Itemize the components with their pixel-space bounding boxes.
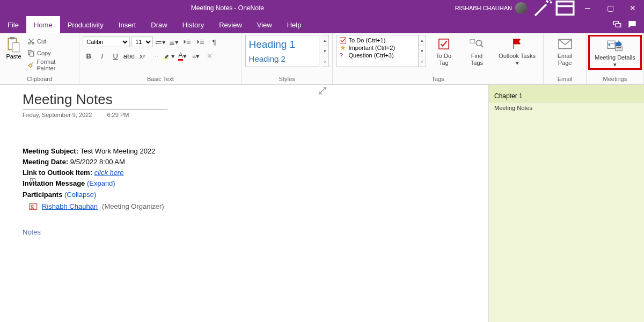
tags-scroll[interactable]: ▴▾▿ (419, 35, 426, 67)
tags-gallery[interactable]: To Do (Ctrl+1) Important (Ctrl+2) ?Quest… (336, 35, 419, 67)
superscript-button[interactable]: ⋯ (150, 50, 162, 62)
meeting-date-label: Meeting Date: (23, 158, 68, 166)
page-date: Friday, September 9, 2022 (23, 112, 92, 118)
tab-file[interactable]: File (0, 16, 26, 33)
calendar-details-icon (607, 39, 623, 53)
strikethrough-button[interactable]: abc (123, 50, 135, 62)
question-icon: ? (340, 52, 346, 58)
expand-link[interactable]: (Expand) (85, 179, 115, 187)
group-label-tags: Tags (336, 75, 540, 83)
avatar (515, 2, 527, 14)
flag-icon (511, 37, 523, 51)
paste-button[interactable]: Paste (3, 35, 24, 60)
outdent-button[interactable] (181, 36, 193, 48)
tab-history[interactable]: History (175, 16, 211, 33)
underline-button[interactable]: U (109, 50, 121, 62)
tab-help[interactable]: Help (280, 16, 309, 33)
outlook-link[interactable]: click here (94, 169, 124, 177)
tab-review[interactable]: Review (211, 16, 250, 33)
wand-icon[interactable] (531, 0, 554, 16)
italic-button[interactable]: I (96, 50, 108, 62)
group-label-email: Email (547, 75, 583, 83)
styles-scroll[interactable]: ▴▾▿ (321, 35, 329, 67)
page-list-item[interactable]: Meeting Notes (489, 103, 644, 113)
page-list-panel: Chapter 1 Meeting Notes (488, 85, 644, 322)
highlight-icon (164, 52, 171, 60)
title-underline (23, 109, 167, 109)
style-heading1[interactable]: Heading 1 (249, 39, 316, 50)
highlight-button[interactable]: ▾ (163, 50, 175, 62)
close-button[interactable]: ✕ (621, 0, 644, 16)
section-chapter[interactable]: Chapter 1 (489, 90, 644, 103)
comment-icon[interactable] (628, 20, 636, 30)
page-title[interactable]: Meeting Notes (23, 91, 472, 108)
meeting-details-button[interactable]: Meeting Details ▾ (588, 35, 642, 70)
indent-button[interactable] (195, 36, 207, 48)
group-meetings: Meeting Details ▾ Meetings (587, 33, 644, 84)
svg-rect-6 (12, 43, 19, 52)
group-basic-text: Calibri 11 ≔▾ ≣▾ ¶ B I U abc x2 ⋯ ▾ A▾ ≡… (79, 33, 241, 84)
tag-todo[interactable]: To Do (Ctrl+1) (336, 36, 418, 44)
user-badge[interactable]: RISHABH CHAUHAN (455, 2, 527, 14)
checkbox-icon (340, 37, 346, 43)
bullets-button[interactable]: ≔▾ (155, 36, 166, 48)
tab-productivity[interactable]: Productivity (60, 16, 111, 33)
note-canvas[interactable]: Meeting Notes Friday, September 9, 2022 … (0, 85, 488, 322)
envelope-icon (558, 37, 572, 51)
titlebar: Meeting Notes - OneNote RISHABH CHAUHAN … (0, 0, 644, 16)
todo-tag-icon (438, 37, 450, 51)
tag-question[interactable]: ?Question (Ctrl+3) (336, 52, 418, 59)
title-block: Meeting Notes Friday, September 9, 2022 … (23, 91, 472, 118)
group-label-clipboard: Clipboard (3, 75, 76, 83)
group-label-styles: Styles (245, 75, 329, 83)
window-controls: ─ ▢ ✕ (576, 0, 644, 16)
align-button[interactable]: ≡▾ (190, 50, 202, 62)
tag-important[interactable]: Important (Ctrl+2) (336, 44, 418, 52)
tab-insert[interactable]: Insert (111, 16, 144, 33)
star-icon (340, 45, 346, 51)
todo-tag-button[interactable]: To Do Tag (428, 35, 459, 67)
numbering-button[interactable]: ≣▾ (168, 36, 180, 48)
contact-card-icon (29, 202, 38, 211)
participant-name[interactable]: Rishabh Chauhan (42, 201, 98, 212)
font-size-select[interactable]: 11 (131, 36, 153, 47)
expand-toggle[interactable]: + (30, 178, 35, 184)
cut-button[interactable]: Cut (26, 36, 76, 47)
font-name-select[interactable]: Calibri (83, 36, 130, 47)
tab-view[interactable]: View (250, 16, 280, 33)
maximize-button[interactable]: ▢ (599, 0, 621, 16)
window-layout-icon[interactable] (554, 0, 576, 16)
find-tags-button[interactable]: Find Tags (462, 35, 492, 67)
ribbon: Paste Cut Copy Format Painter Clipboard … (0, 33, 644, 85)
panel-header-strip (489, 85, 644, 90)
meeting-body[interactable]: Meeting Subject: Test Work Meeting 2022 … (23, 146, 472, 238)
indent-icon (197, 38, 204, 46)
group-email: Email Page Email (544, 33, 587, 84)
svg-rect-19 (609, 44, 611, 46)
format-painter-button[interactable]: Format Painter (26, 60, 76, 70)
paragraph-button[interactable]: ¶ (208, 36, 220, 48)
email-page-button[interactable]: Email Page (547, 35, 583, 67)
subscript-button[interactable]: x2 (136, 50, 148, 62)
font-color-button[interactable]: A▾ (177, 50, 188, 62)
tab-home[interactable]: Home (26, 16, 60, 33)
copy-button[interactable]: Copy (26, 48, 76, 58)
svg-rect-5 (10, 37, 15, 39)
styles-gallery[interactable]: Heading 1 Heading 2 (245, 35, 319, 67)
collapse-link[interactable]: (Collapse) (62, 191, 96, 199)
page-time: 6:29 PM (107, 112, 129, 118)
minimize-button[interactable]: ─ (576, 0, 599, 16)
bold-button[interactable]: B (83, 50, 94, 62)
svg-rect-3 (616, 23, 620, 27)
outdent-icon (184, 38, 191, 46)
system-tray-icon[interactable] (613, 20, 621, 30)
tab-draw[interactable]: Draw (143, 16, 174, 33)
scissors-icon (27, 38, 35, 45)
participants-label: Participants (23, 191, 62, 199)
content-area: Meeting Notes Friday, September 9, 2022 … (0, 85, 644, 322)
expand-arrow-icon[interactable] (318, 86, 327, 96)
clear-formatting-button[interactable]: ✕ (203, 50, 215, 62)
outlook-tasks-button[interactable]: Outlook Tasks ▾ (494, 35, 540, 67)
svg-rect-20 (616, 46, 622, 51)
style-heading2[interactable]: Heading 2 (249, 54, 316, 63)
